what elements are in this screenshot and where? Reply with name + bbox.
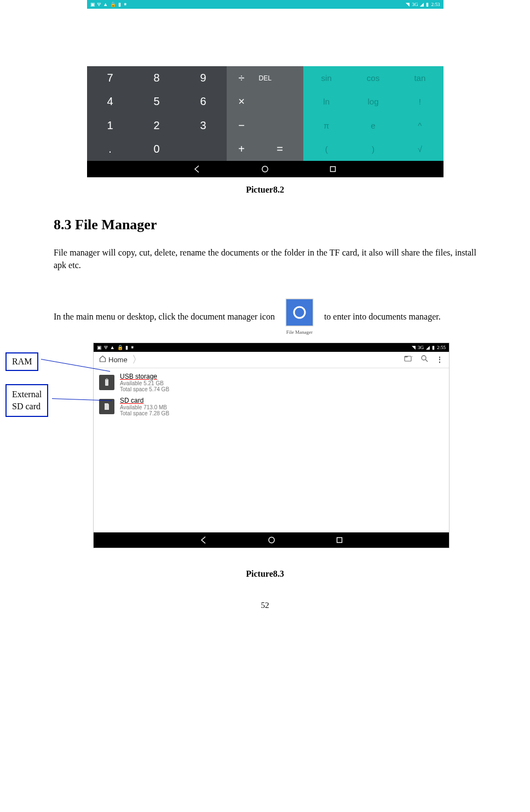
callout-sd-l2: SD card xyxy=(12,401,42,413)
key-fact[interactable]: ! xyxy=(396,90,443,113)
callout-ram-label: RAM xyxy=(12,357,32,366)
figure-caption-1: Pictuer8.2 xyxy=(0,185,530,195)
android-status-bar: ▣ Ψ ▲ 🔒 ▮ ⁕ ◥ 3G ◢ ▮ 2:53 xyxy=(87,0,443,9)
fm-status-bar: ▣ Ψ ▲ 🔒 ▮ ⁕ ◥ 3G ◢ ▮ 2:55 xyxy=(94,343,449,352)
debug-icon: ⁕ xyxy=(130,345,135,350)
file-manager-screenshot: ▣ Ψ ▲ 🔒 ▮ ⁕ ◥ 3G ◢ ▮ 2:55 xyxy=(93,343,450,548)
sd-total: Total space 7.28 GB xyxy=(120,410,169,416)
usb-drive-icon xyxy=(99,375,114,390)
network-label: 3G xyxy=(412,2,418,7)
figure-caption-2: Picture8.3 xyxy=(0,569,530,579)
file-manager-figure: RAM External SD card ▣ Ψ ▲ 🔒 ▮ ⁕ ◥ 3G xyxy=(0,343,530,567)
svg-point-5 xyxy=(422,356,426,360)
calculator-screenshot: ▣ Ψ ▲ 🔒 ▮ ⁕ ◥ 3G ◢ ▮ 2:53 7 8 9 4 5 xyxy=(87,0,443,177)
key-plus[interactable]: + xyxy=(227,137,257,161)
usb-icon: Ψ xyxy=(97,2,101,7)
svg-rect-1 xyxy=(331,167,336,172)
op-empty-1 xyxy=(257,90,303,113)
home-icon[interactable] xyxy=(261,165,269,173)
svg-text:+: + xyxy=(412,355,413,359)
alert-icon: ▲ xyxy=(110,345,115,350)
page-number: 52 xyxy=(0,601,530,610)
key-2[interactable]: 2 xyxy=(134,114,180,137)
key-pi[interactable]: π xyxy=(303,114,350,137)
home-icon xyxy=(99,355,106,364)
paragraph-1: File manager will copy, cut, delete, ren… xyxy=(54,246,476,271)
key-sqrt[interactable]: √ xyxy=(396,137,443,161)
signal-icon: ◢ xyxy=(426,345,430,350)
svg-point-2 xyxy=(294,307,305,318)
square-icon: ▣ xyxy=(97,345,102,350)
key-cos[interactable]: cos xyxy=(350,66,396,90)
key-ln[interactable]: ln xyxy=(303,90,350,113)
key-delete[interactable]: DEL xyxy=(257,66,303,90)
recents-icon[interactable] xyxy=(329,165,337,173)
calculator-display[interactable] xyxy=(87,9,443,66)
key-sin[interactable]: sin xyxy=(303,66,350,90)
usb-icon: Ψ xyxy=(104,345,108,350)
key-0[interactable]: 0 xyxy=(134,137,180,161)
bookmark-icon: ▮ xyxy=(118,2,121,7)
key-minus[interactable]: − xyxy=(227,114,257,137)
key-pow[interactable]: ^ xyxy=(396,114,443,137)
op-empty-2 xyxy=(257,114,303,137)
key-7[interactable]: 7 xyxy=(87,66,134,90)
app-icon-label: File Manager xyxy=(286,329,313,335)
key-dot[interactable]: . xyxy=(87,137,134,161)
svg-rect-8 xyxy=(106,378,108,380)
key-5[interactable]: 5 xyxy=(134,90,180,113)
callout-sd: External SD card xyxy=(5,384,48,417)
lock-icon: 🔒 xyxy=(117,345,123,350)
key-rparen[interactable]: ) xyxy=(350,137,396,161)
key-e[interactable]: e xyxy=(350,114,396,137)
usb-avail: Available 5.21 GB xyxy=(120,380,169,386)
sd-title: SD card xyxy=(120,397,169,404)
key-6[interactable]: 6 xyxy=(180,90,227,113)
svg-point-9 xyxy=(268,537,274,542)
svg-rect-10 xyxy=(337,537,342,542)
bookmark-icon: ▮ xyxy=(125,345,128,350)
key-8[interactable]: 8 xyxy=(134,66,180,90)
key-multiply[interactable]: × xyxy=(227,90,257,113)
key-4[interactable]: 4 xyxy=(87,90,134,113)
key-3[interactable]: 3 xyxy=(180,114,227,137)
back-icon[interactable] xyxy=(200,536,208,544)
usb-total: Total space 5.74 GB xyxy=(120,386,169,392)
square-icon: ▣ xyxy=(90,2,95,7)
key-9[interactable]: 9 xyxy=(180,66,227,90)
sd-avail: Available 713.0 MB xyxy=(120,404,169,410)
android-navbar xyxy=(87,161,443,177)
scientific-pad: sin cos tan ln log ! π e ^ ( ) √ xyxy=(303,66,443,161)
key-1[interactable]: 1 xyxy=(87,114,134,137)
key-equals[interactable]: = xyxy=(257,137,303,161)
back-icon[interactable] xyxy=(193,165,201,173)
add-folder-icon[interactable]: + xyxy=(404,355,413,364)
wifi-icon: ◥ xyxy=(412,345,416,350)
section-heading: 8.3 File Manager xyxy=(54,217,476,233)
key-tan[interactable]: tan xyxy=(396,66,443,90)
usb-storage-row[interactable]: USB storage Available 5.21 GB Total spac… xyxy=(94,370,449,395)
para2-pre: In the main menu or desktop, click the d… xyxy=(54,312,275,322)
para2-post: to enter into documents manager. xyxy=(324,312,441,322)
key-lparen[interactable]: ( xyxy=(303,137,350,161)
clock-label: 2:53 xyxy=(431,2,440,7)
key-empty xyxy=(180,137,227,161)
alert-icon: ▲ xyxy=(103,2,108,7)
svg-line-6 xyxy=(425,359,428,362)
key-log[interactable]: log xyxy=(350,90,396,113)
recents-icon[interactable] xyxy=(336,536,343,544)
clock-label: 2:55 xyxy=(437,345,446,350)
sd-card-row[interactable]: SD card Available 713.0 MB Total space 7… xyxy=(94,395,449,419)
svg-point-0 xyxy=(262,166,268,172)
overflow-icon[interactable]: ⋮ xyxy=(436,355,443,364)
home-icon[interactable] xyxy=(268,536,275,544)
key-divide[interactable]: ÷ xyxy=(227,66,257,90)
search-icon[interactable] xyxy=(420,355,428,364)
paragraph-2: In the main menu or desktop, click the d… xyxy=(54,299,476,337)
breadcrumb-home[interactable]: Home 〉 xyxy=(99,353,142,366)
battery-icon: ▮ xyxy=(426,2,429,7)
numpad: 7 8 9 4 5 6 1 2 3 . 0 xyxy=(87,66,227,161)
breadcrumb-label: Home xyxy=(108,356,128,364)
callout-ram: RAM xyxy=(5,352,38,371)
battery-icon: ▮ xyxy=(432,345,435,350)
